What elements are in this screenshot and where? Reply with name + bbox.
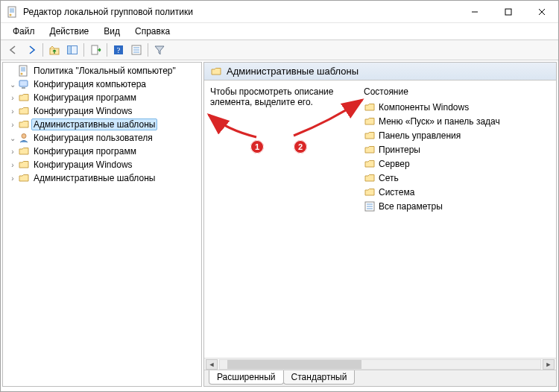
details-header: Административные шаблоны bbox=[204, 63, 556, 80]
settings-icon bbox=[364, 200, 376, 212]
list-item[interactable]: Система bbox=[364, 186, 550, 199]
folder-icon bbox=[364, 158, 376, 170]
toolbar-separator bbox=[83, 43, 84, 57]
folder-icon bbox=[364, 172, 376, 184]
expand-icon[interactable]: › bbox=[7, 94, 18, 102]
expand-icon[interactable]: › bbox=[7, 107, 18, 116]
list-item[interactable]: Компоненты Windows bbox=[364, 101, 550, 114]
titlebar: Редактор локальной групповой политики bbox=[1, 1, 558, 23]
list-item-label: Принтеры bbox=[379, 145, 420, 155]
collapse-icon[interactable]: ⌄ bbox=[7, 134, 18, 142]
tree-user-config[interactable]: ⌄ Конфигурация пользователя bbox=[6, 131, 201, 145]
menu-file[interactable]: Файл bbox=[5, 25, 42, 38]
tree-item[interactable]: › Конфигурация Windows bbox=[6, 158, 201, 171]
folder-icon bbox=[18, 92, 30, 104]
svg-point-4 bbox=[10, 13, 12, 16]
list-item[interactable]: Сеть bbox=[364, 171, 550, 185]
tree-label: Конфигурация пользователя bbox=[31, 132, 155, 144]
list-item-label: Панель управления bbox=[379, 130, 461, 141]
folder-icon bbox=[210, 66, 222, 78]
folder-icon bbox=[18, 172, 30, 184]
scroll-left-button[interactable]: ◄ bbox=[206, 359, 218, 370]
details-header-title: Административные шаблоны bbox=[227, 66, 359, 77]
help-button[interactable]: ? bbox=[110, 42, 127, 58]
menu-view[interactable]: Вид bbox=[96, 25, 127, 38]
collapse-icon[interactable]: ⌄ bbox=[7, 80, 18, 89]
export-button[interactable] bbox=[87, 42, 104, 58]
tree-item-selected[interactable]: › Административные шаблоны bbox=[6, 118, 201, 131]
list-item-label: Все параметры bbox=[379, 201, 443, 212]
list-item-label: Сервер bbox=[379, 159, 410, 169]
user-icon bbox=[18, 132, 30, 144]
properties-button[interactable] bbox=[128, 42, 145, 58]
maximize-button[interactable] bbox=[491, 1, 525, 23]
list-item[interactable]: Меню «Пуск» и панель задач bbox=[364, 115, 550, 128]
svg-point-26 bbox=[22, 134, 26, 139]
main-area: Политика "Локальный компьютер" ⌄ Конфигу… bbox=[1, 60, 558, 388]
tree-root[interactable]: Политика "Локальный компьютер" bbox=[6, 64, 201, 78]
horizontal-scrollbar[interactable]: ◄ ► bbox=[204, 358, 556, 370]
list-item[interactable]: Сервер bbox=[364, 157, 550, 171]
details-list[interactable]: Компоненты Windows Меню «Пуск» и панель … bbox=[364, 101, 550, 213]
menu-action[interactable]: Действие bbox=[42, 25, 97, 38]
folder-icon bbox=[364, 186, 376, 198]
tree-label: Политика "Локальный компьютер" bbox=[31, 65, 178, 77]
folder-icon bbox=[18, 118, 30, 130]
bottom-tabs: Расширенный Стандартный bbox=[204, 370, 556, 386]
scroll-right-button[interactable]: ► bbox=[543, 359, 555, 370]
list-item[interactable]: Панель управления bbox=[364, 129, 550, 142]
tree-item[interactable]: › Конфигурация Windows bbox=[6, 104, 201, 118]
list-item[interactable]: Все параметры bbox=[364, 200, 550, 213]
expand-icon[interactable]: › bbox=[7, 121, 18, 129]
show-hide-tree-button[interactable] bbox=[64, 42, 80, 58]
policy-icon bbox=[18, 65, 30, 77]
expand-icon[interactable]: › bbox=[7, 161, 18, 169]
list-item-label: Компоненты Windows bbox=[379, 102, 469, 113]
tree-item[interactable]: › Конфигурация программ bbox=[6, 91, 201, 104]
svg-rect-25 bbox=[22, 87, 25, 89]
tree-computer-config[interactable]: ⌄ Конфигурация компьютера bbox=[6, 78, 201, 91]
scroll-thumb[interactable] bbox=[227, 360, 361, 369]
svg-rect-24 bbox=[19, 80, 28, 86]
annotation-badge-1: 1 bbox=[250, 140, 264, 154]
computer-icon bbox=[18, 78, 30, 90]
folder-icon bbox=[364, 144, 376, 156]
tree-pane[interactable]: Политика "Локальный компьютер" ⌄ Конфигу… bbox=[2, 62, 202, 387]
description-text: Чтобы просмотреть описание элемента, выд… bbox=[210, 86, 352, 352]
close-button[interactable] bbox=[525, 1, 558, 23]
svg-rect-12 bbox=[92, 45, 98, 54]
back-button[interactable] bbox=[5, 42, 22, 58]
scroll-track[interactable] bbox=[219, 359, 541, 370]
expand-icon[interactable]: › bbox=[7, 174, 18, 183]
tree-label: Конфигурация программ bbox=[31, 92, 139, 104]
up-folder-button[interactable] bbox=[46, 42, 63, 58]
tree-label: Конфигурация Windows bbox=[31, 159, 135, 171]
list-item-label: Меню «Пуск» и панель задач bbox=[379, 116, 500, 127]
column-header-state[interactable]: Состояние bbox=[364, 86, 550, 98]
filter-button[interactable] bbox=[151, 42, 168, 58]
svg-point-23 bbox=[21, 73, 23, 75]
toolbar-separator bbox=[107, 43, 107, 57]
minimize-button[interactable] bbox=[458, 1, 491, 23]
svg-text:?: ? bbox=[117, 45, 121, 54]
svg-rect-6 bbox=[505, 9, 511, 15]
tab-standard[interactable]: Стандартный bbox=[283, 370, 356, 385]
tree-item[interactable]: › Конфигурация программ bbox=[6, 145, 201, 158]
tree-label: Конфигурация Windows bbox=[31, 105, 135, 117]
details-pane: Административные шаблоны Чтобы просмотре… bbox=[203, 62, 557, 387]
menu-help[interactable]: Справка bbox=[127, 25, 177, 38]
tree-item[interactable]: › Административные шаблоны bbox=[6, 171, 201, 185]
expand-icon[interactable]: › bbox=[7, 148, 18, 156]
list-item-label: Система bbox=[379, 187, 414, 197]
forward-button[interactable] bbox=[23, 42, 40, 58]
annotation-badge-2: 2 bbox=[294, 140, 307, 154]
folder-icon bbox=[18, 145, 30, 157]
toolbar-separator bbox=[42, 43, 43, 57]
folder-icon bbox=[364, 130, 376, 142]
tab-extended[interactable]: Расширенный bbox=[209, 370, 284, 385]
folder-icon bbox=[18, 159, 30, 171]
tree-label: Административные шаблоны bbox=[31, 118, 157, 130]
window-title: Редактор локальной групповой политики bbox=[23, 7, 458, 17]
list-item[interactable]: Принтеры bbox=[364, 143, 550, 157]
list-item-label: Сеть bbox=[379, 173, 399, 183]
